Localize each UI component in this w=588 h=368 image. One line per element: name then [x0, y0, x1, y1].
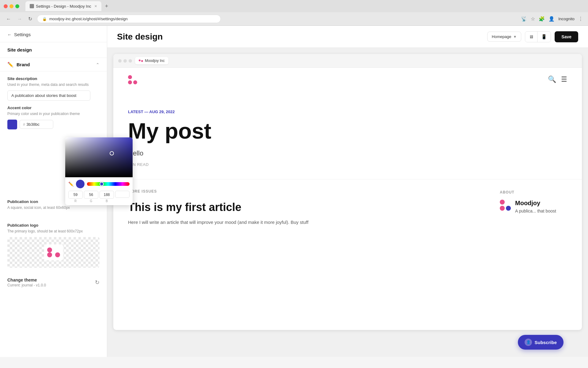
forward-nav-button[interactable]: → [16, 15, 23, 23]
color-gradient[interactable] [65, 137, 107, 177]
lock-icon: 🔒 [42, 17, 47, 21]
site-logo [128, 75, 140, 84]
menu-icon[interactable]: ⋮ [578, 16, 583, 22]
hero-meta: MIN READ [128, 162, 567, 167]
logo-inner [44, 244, 63, 260]
about-dot-2 [500, 206, 505, 211]
brand-label: Brand [17, 62, 30, 67]
menu-nav-icon: ☰ [561, 75, 567, 83]
change-theme-left: Change theme Current: journal - v1.0.0 [7, 278, 46, 287]
minimize-button[interactable] [9, 4, 13, 8]
g-input[interactable] [84, 191, 98, 199]
color-picker-controls: ✏️ [68, 180, 107, 188]
logo-preview-area[interactable] [7, 237, 100, 268]
main-header: Site design Homepage ▼ 🖥 📱 Save [107, 26, 588, 48]
site-description-input[interactable] [7, 90, 90, 101]
hero-title: My post [128, 119, 567, 143]
preview-browser-bar: Moodjoy Inc [113, 54, 582, 68]
publication-logo-label: Publication logo [7, 223, 100, 228]
sidebar: ← Settings Site design ✏️ Brand ⌃ Site d… [0, 26, 107, 357]
publication-icon-desc: A square, social icon, at least 60x60px [7, 205, 100, 210]
desktop-view-button[interactable]: 🖥 [525, 32, 537, 42]
preview-traffic-lights [118, 59, 132, 63]
profile-icon[interactable]: 👤 [548, 16, 555, 22]
view-icons: 🖥 📱 [525, 31, 551, 42]
logo-dot-3 [55, 252, 60, 257]
preview-tab-label: Moodjoy Inc [145, 59, 165, 63]
eyedropper-icon[interactable]: ✏️ [68, 182, 74, 186]
r-input[interactable] [68, 191, 83, 199]
view-dropdown[interactable]: Homepage ▼ [487, 32, 522, 42]
b-input[interactable] [100, 191, 107, 199]
view-label: Homepage [492, 34, 511, 39]
back-nav-button[interactable]: ← [5, 15, 12, 23]
preview-tab: Moodjoy Inc [135, 57, 168, 64]
preview-tab-dot-1 [139, 59, 141, 61]
brand-row-left: ✏️ Brand [7, 62, 30, 67]
preview-tab-icon [139, 59, 143, 62]
close-button[interactable] [4, 4, 8, 8]
hue-slider[interactable] [87, 182, 107, 186]
b-input-group: B [100, 191, 107, 203]
site-nav-right: 🔍 ☰ [548, 75, 567, 83]
sidebar-back-header: ← Settings [0, 26, 107, 42]
about-logo-top-row [500, 200, 511, 205]
reload-button[interactable]: ↻ [27, 15, 33, 23]
page-title: Site design [117, 32, 163, 42]
back-button[interactable]: ← [7, 32, 12, 37]
active-tab[interactable]: Settings - Design - Moodjoy Inc ✕ [25, 1, 101, 11]
r-label: R [74, 199, 77, 203]
b-label: B [106, 199, 107, 203]
preview-content: 🔍 ☰ LATEST — AUG 29, 2022 My post Hello … [113, 68, 582, 236]
more-section: MORE ISSUES This is my first article Her… [113, 179, 582, 236]
logo-cluster [47, 247, 60, 257]
about-card: Moodjoy A publica... that boost [500, 200, 567, 214]
accent-color-swatch[interactable] [7, 120, 17, 129]
color-picker-bottom: ✏️ R G [65, 177, 107, 205]
hero-subtitle: Hello [128, 149, 567, 157]
traffic-lights [4, 4, 19, 8]
hue-thumb [100, 182, 104, 186]
brand-row[interactable]: ✏️ Brand ⌃ [0, 58, 107, 71]
accent-swatch-row: # 3b38bc [7, 120, 100, 129]
article-title: This is my first article [128, 201, 485, 214]
mobile-view-button[interactable]: 📱 [537, 32, 551, 42]
change-theme-block: Change theme Current: journal - v1.0.0 ↻ [0, 273, 107, 292]
preview-min-dot [123, 59, 127, 63]
more-header: MORE ISSUES [128, 189, 485, 194]
article-card: This is my first article Here I will wri… [128, 201, 485, 226]
bookmark-icon[interactable]: ☆ [531, 16, 535, 22]
refresh-icon[interactable]: ↻ [95, 279, 100, 286]
accent-hex-value: 3b38bc [26, 122, 40, 127]
address-bar: ← → ↻ 🔒 moodjoy-inc.ghost.io/ghost/#/set… [0, 12, 588, 26]
more-left: MORE ISSUES This is my first article Her… [128, 189, 485, 226]
change-theme-title: Change theme [7, 278, 46, 282]
hero-section: LATEST — AUG 29, 2022 My post Hello MIN … [113, 91, 582, 179]
site-design-section: Site design [0, 42, 107, 58]
site-nav: 🔍 ☰ [113, 68, 582, 91]
more-grid: MORE ISSUES This is my first article Her… [128, 189, 567, 226]
extensions-icon[interactable]: 🧩 [539, 16, 545, 22]
cast-icon: 📡 [521, 16, 527, 22]
accent-color-desc: Primary color used in your publication t… [7, 111, 100, 117]
logo-dot-2 [47, 252, 52, 257]
current-color-circle [76, 180, 85, 188]
save-button[interactable]: Save [555, 31, 578, 42]
site-description-desc: Used in your theme, meta data and search… [7, 82, 100, 87]
about-name: Moodjoy [515, 200, 556, 207]
new-tab-button[interactable]: + [103, 2, 111, 11]
preview-window: Moodjoy Inc [113, 54, 582, 330]
url-bar[interactable]: 🔒 moodjoy-inc.ghost.io/ghost/#/settings/… [37, 15, 221, 23]
change-theme-subtitle: Current: journal - v1.0.0 [7, 283, 46, 287]
about-dot-1 [500, 200, 505, 205]
subscribe-badge[interactable]: 👤 Subscribe [518, 335, 564, 350]
tab-close-icon[interactable]: ✕ [94, 4, 97, 8]
about-text-block: Moodjoy A publica... that boost [515, 200, 556, 214]
preview-tab-dot-2 [141, 60, 143, 62]
nav-logo-dot-bottom-left [128, 80, 132, 84]
maximize-button[interactable] [15, 4, 19, 8]
logo-dot-1 [47, 247, 52, 252]
chevron-up-icon: ⌃ [96, 62, 100, 67]
tab-favicon [30, 4, 34, 8]
accent-hex-input[interactable]: # 3b38bc [20, 120, 53, 129]
